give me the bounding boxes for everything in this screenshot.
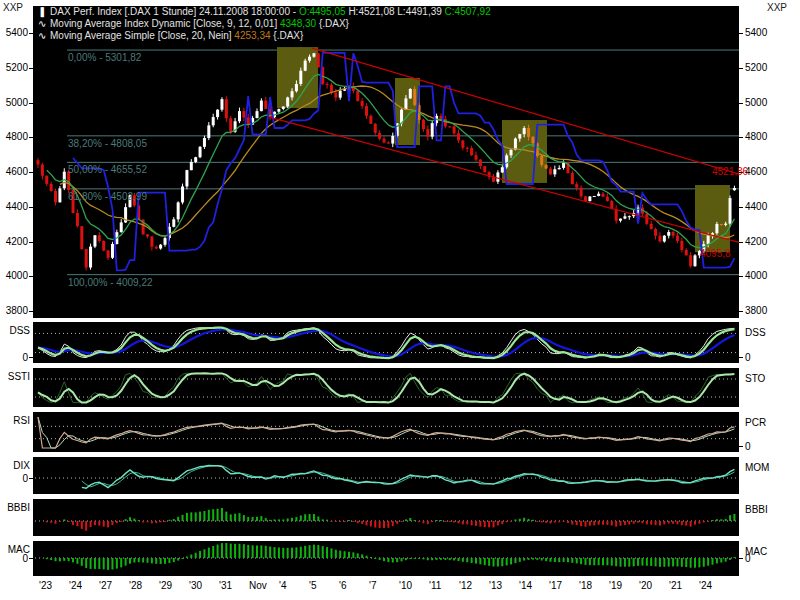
x-axis-label: '4 — [279, 580, 286, 591]
x-axis-label: '18 — [579, 580, 592, 591]
panel-right-label-pcr: PCR — [745, 417, 766, 428]
chart-legend: ❚DAX Perf. Index [.DAX 1 Stunde] 24.11.2… — [38, 6, 491, 42]
wave-icon: ∿ — [38, 30, 48, 42]
panel-rsi[interactable] — [33, 412, 739, 452]
x-axis-label: '24 — [699, 580, 712, 591]
y-axis-label: 5400 — [745, 27, 767, 38]
fib-level-label: 38,20% - 4808,05 — [68, 138, 147, 149]
y-axis-label: 5200 — [745, 62, 767, 73]
x-axis-label: '19 — [609, 580, 622, 591]
ma2-title: Moving Average Simple [Close, 20, Nein] — [50, 30, 232, 41]
ma1-suffix: {.DAX} — [319, 18, 349, 29]
axis-tick — [29, 276, 33, 277]
axis-tick — [29, 172, 33, 173]
open-value: O:4495,05 — [299, 6, 346, 17]
y-axis-label: 4600 — [0, 166, 28, 177]
panel-left-label-dss: DSS — [0, 325, 30, 336]
axis-tick — [739, 558, 743, 559]
panel-dss[interactable] — [33, 322, 739, 363]
x-axis-label: '27 — [99, 580, 112, 591]
channel-price-label: 4095,8 — [700, 248, 731, 259]
panel-zero-label: 0 — [0, 473, 28, 484]
axis-tick — [739, 311, 743, 312]
close-value: C:4507,92 — [445, 6, 491, 17]
panel-zero-label: 0 — [0, 352, 28, 363]
y-axis-label: 4000 — [0, 270, 28, 281]
x-axis-label: '24 — [69, 580, 82, 591]
panel-zero-label: 0 — [0, 553, 28, 564]
x-axis-label: '17 — [549, 580, 562, 591]
ma1-title: Moving Average Index Dynamic [Close, 9, … — [50, 18, 277, 29]
axis-tick — [29, 33, 33, 34]
x-axis-label: '29 — [159, 580, 172, 591]
x-axis-label: '21 — [669, 580, 682, 591]
panel-ssti[interactable] — [33, 368, 739, 407]
y-axis-label: 3800 — [745, 305, 767, 316]
panel-bbbi[interactable] — [33, 499, 739, 536]
axis-tick — [29, 558, 33, 559]
y-axis-label: 4000 — [745, 270, 767, 281]
y-axis-label: 4800 — [745, 131, 767, 142]
fib-level-label: 61,80% - 4502,99 — [68, 191, 147, 202]
x-axis-label: '23 — [39, 580, 52, 591]
page-code-right: XXP — [767, 2, 787, 13]
page-code-left: XXP — [3, 2, 23, 13]
panel-dix[interactable] — [33, 457, 739, 494]
axis-tick — [739, 137, 743, 138]
channel-price-label: 4521,86 — [712, 166, 748, 177]
axis-tick — [29, 103, 33, 104]
x-axis-label: Nov — [249, 580, 267, 591]
x-axis-label: '31 — [219, 580, 232, 591]
x-axis-label: '30 — [189, 580, 202, 591]
axis-tick — [739, 242, 743, 243]
axis-tick — [739, 276, 743, 277]
chart-application: XXP XXP ❚DAX Perf. Index [.DAX 1 Stunde]… — [0, 0, 800, 600]
fib-level-label: 50,00% - 4655,52 — [68, 164, 147, 175]
axis-tick — [29, 242, 33, 243]
panel-zero-label: 0 — [745, 553, 751, 564]
y-axis-label: 3800 — [0, 305, 28, 316]
axis-tick — [29, 357, 33, 358]
ma2-suffix: {.DAX} — [273, 30, 303, 41]
axis-tick — [739, 446, 743, 447]
x-axis-label: '14 — [519, 580, 532, 591]
panel-mac[interactable] — [33, 541, 739, 576]
y-axis-label: 4800 — [0, 131, 28, 142]
y-axis-label: 5400 — [0, 27, 28, 38]
candle-icon: ❚ — [38, 6, 48, 18]
axis-tick — [29, 137, 33, 138]
y-axis-label: 4600 — [745, 166, 767, 177]
axis-tick — [29, 68, 33, 69]
panel-left-label-rsi: RSI — [0, 415, 30, 426]
panel-right-label-mom: MOM — [745, 462, 769, 473]
axis-tick — [739, 103, 743, 104]
x-axis-label: '7 — [369, 580, 376, 591]
x-axis-label: '11 — [429, 580, 441, 591]
high-value: H:4521,08 — [348, 6, 394, 17]
y-axis-label: 4400 — [745, 201, 767, 212]
axis-tick — [739, 207, 743, 208]
y-axis-label: 5000 — [745, 97, 767, 108]
wave-icon: ∿ — [38, 18, 48, 30]
instrument-title: DAX Perf. Index [.DAX 1 Stunde] 24.11.20… — [50, 6, 296, 17]
legend-ma2-row: ∿Moving Average Simple [Close, 20, Nein]… — [38, 30, 491, 42]
panel-right-label-bbbi: BBBI — [745, 504, 768, 515]
y-axis-label: 4200 — [745, 236, 767, 247]
axis-tick — [739, 357, 743, 358]
panel-left-label-ssti: SSTI — [0, 371, 30, 382]
panel-zero-label: 0 — [745, 441, 751, 452]
fib-level-label: 100,00% - 4009,22 — [68, 277, 153, 288]
x-axis-label: '20 — [639, 580, 652, 591]
x-axis-label: '5 — [309, 580, 316, 591]
y-axis-label: 5000 — [0, 97, 28, 108]
x-axis-label: '10 — [399, 580, 412, 591]
x-axis-label: '13 — [489, 580, 502, 591]
y-axis-label: 4200 — [0, 236, 28, 247]
panel-right-label-dss: DSS — [745, 327, 766, 338]
x-axis-label: '28 — [129, 580, 142, 591]
fib-level-label: 0,00% - 5301,82 — [68, 52, 141, 63]
panel-right-label-sto: STO — [745, 373, 765, 384]
low-value: L:4491,39 — [397, 6, 442, 17]
ma2-value: 4253,34 — [234, 30, 270, 41]
panel-left-label-bbbi: BBBI — [0, 502, 30, 513]
